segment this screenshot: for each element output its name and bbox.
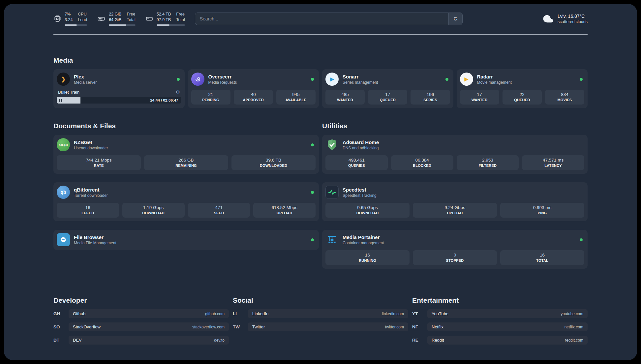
status-dot — [311, 238, 314, 241]
search-input[interactable] — [195, 13, 448, 25]
qbittorrent-icon: qb — [57, 186, 70, 199]
stat-tile: 744.21 Mbps RATE — [57, 155, 141, 170]
search-engine-button[interactable]: G — [448, 13, 462, 25]
section-title-documents: Documents & Files — [53, 122, 319, 130]
filebrowser-card[interactable]: File Browser Media File Management — [53, 230, 319, 250]
speedtest-icon — [325, 186, 339, 199]
bookmark-link[interactable]: YouTube youtube.com — [427, 309, 588, 318]
speedtest-card[interactable]: Speedtest Speedtest Tracking 9.65 Gbps D… — [322, 182, 588, 221]
app-subtitle: Media Requests — [208, 80, 237, 85]
bookmark-link[interactable]: DEV dev.to — [69, 336, 229, 345]
ram-label-top: Free — [127, 12, 135, 17]
status-dot — [311, 78, 314, 81]
bookmark-link[interactable]: Netflix netflix.com — [427, 322, 588, 331]
stat-tile: 22 QUEUED — [503, 90, 542, 105]
portainer-card[interactable]: Media Portainer Container management 16 … — [322, 230, 588, 269]
disk-label-top: Free — [176, 12, 185, 17]
bookmark-abbr: LI — [233, 311, 248, 316]
app-subtitle: Speedtest Tracking — [343, 193, 377, 198]
disk-total-value: 97.9 TB — [157, 17, 171, 23]
bookmark-abbr: GH — [53, 311, 69, 316]
storage-widget: 52.4 TB 97.9 TB Free Total — [145, 12, 185, 26]
stat-tile: 21 PENDING — [191, 90, 230, 105]
ram-usage-bar — [109, 24, 136, 26]
system-stats: 7% 3.24 CPU Load — [53, 12, 185, 26]
developer-section: Developer GH Github github.com SO StackO… — [53, 296, 229, 349]
app-subtitle: Movie management — [477, 80, 512, 85]
cpu-load-value: 3.24 — [65, 17, 73, 23]
ram-total-value: 64 GiB — [109, 17, 121, 23]
radarr-card[interactable]: ▶ Radarr Movie management 17 WANTED 22 Q… — [457, 69, 588, 108]
stat-tile: 0.993 ms PING — [500, 203, 584, 218]
overseerr-card[interactable]: Overseerr Media Requests 21 PENDING 40 A… — [188, 69, 319, 108]
app-subtitle: Usenet downloader — [74, 146, 108, 150]
stat-tile: 196 SERIES — [411, 90, 450, 105]
now-playing-title: Bullet Train — [58, 90, 79, 95]
bookmark-abbr: SO — [53, 324, 69, 329]
cpu-label-bottom: Load — [78, 17, 87, 23]
section-title-entertainment: Entertainment — [412, 296, 588, 304]
app-name: NZBGet — [74, 139, 108, 145]
section-title-social: Social — [233, 296, 408, 304]
bookmark-link[interactable]: Twitter twitter.com — [248, 322, 408, 331]
stat-tile: 945 AVAILABLE — [276, 90, 316, 105]
bookmark-netflix: NF Netflix netflix.com — [412, 322, 588, 331]
social-section: Social LI LinkedIn linkedin.com TW Twitt… — [233, 296, 408, 349]
weather-location: Lviv, 16.87°C — [558, 14, 588, 19]
app-subtitle: Media server — [74, 80, 97, 85]
bookmark-twitter: TW Twitter twitter.com — [233, 322, 408, 331]
stat-tile: 618.52 Mbps UPLOAD — [253, 203, 316, 218]
bookmark-link[interactable]: StackOverflow stackoverflow.com — [69, 322, 229, 331]
status-dot — [580, 78, 583, 81]
app-name: Sonarr — [343, 74, 378, 79]
cpu-widget: 7% 3.24 CPU Load — [53, 12, 87, 26]
bookmark-abbr: TW — [233, 324, 248, 329]
bookmark-abbr: NF — [412, 324, 427, 329]
playback-time: 24:44 / 02:06:47 — [150, 98, 181, 102]
bookmark-stackoverflow: SO StackOverflow stackoverflow.com — [53, 322, 229, 331]
media-section: Media ❯ Plex Media server Bullet Train ⚙ — [53, 56, 588, 108]
disk-icon — [145, 15, 153, 23]
search-box[interactable]: G — [195, 13, 463, 25]
topbar-divider — [53, 34, 588, 35]
stat-tile: 16 TOTAL — [500, 250, 584, 265]
bookmark-link[interactable]: Reddit reddit.com — [427, 336, 588, 345]
cpu-usage-bar-fill — [65, 24, 77, 26]
portainer-icon — [325, 233, 339, 246]
bookmark-youtube: YT YouTube youtube.com — [412, 309, 588, 318]
stat-tile: 40 APPROVED — [234, 90, 273, 105]
cpu-label-top: CPU — [78, 12, 87, 17]
bookmark-link[interactable]: LinkedIn linkedin.com — [248, 309, 408, 318]
entertainment-section: Entertainment YT YouTube youtube.com NF … — [412, 296, 588, 349]
disk-free-value: 52.4 TB — [157, 12, 171, 17]
dashboard: 7% 3.24 CPU Load — [4, 4, 637, 360]
gear-icon[interactable]: ⚙ — [176, 89, 180, 95]
qbittorrent-card[interactable]: qb qBittorrent Torrent downloader 16 LEE… — [53, 182, 319, 221]
playback-progress-bar: 24:44 / 02:06:47 — [57, 97, 181, 104]
disk-label-bottom: Total — [176, 17, 185, 23]
app-name: Plex — [74, 74, 97, 79]
plex-card[interactable]: ❯ Plex Media server Bullet Train ⚙ 24:44… — [53, 69, 185, 108]
stat-tile: 498,461 QUERIES — [325, 155, 388, 170]
stat-tile: 2,953 FILTERED — [457, 155, 519, 170]
ram-label-bottom: Total — [127, 17, 135, 23]
weather-condition: scattered clouds — [558, 19, 588, 24]
bookmark-link[interactable]: Github github.com — [69, 309, 229, 318]
stat-tile: 17 QUEUED — [368, 90, 407, 105]
cpu-percent: 7% — [65, 12, 73, 17]
radarr-icon: ▶ — [460, 73, 473, 86]
pause-icon[interactable] — [59, 99, 62, 102]
stat-tile: 266 GB REMAINING — [144, 155, 228, 170]
bookmark-linkedin: LI LinkedIn linkedin.com — [233, 309, 408, 318]
stat-tile: 17 WANTED — [460, 90, 499, 105]
app-name: AdGuard Home — [343, 139, 379, 145]
status-dot — [445, 78, 448, 81]
status-dot — [177, 78, 180, 81]
adguard-card[interactable]: AdGuard Home DNS and adblocking 498,461 … — [322, 135, 588, 174]
app-subtitle: Torrent downloader — [74, 193, 108, 198]
stat-tile: 9.24 Gbps UPLOAD — [413, 203, 497, 218]
nzbget-card[interactable]: nzbget NZBGet Usenet downloader 744.21 M… — [53, 135, 319, 174]
stat-tile: 471 SEED — [188, 203, 250, 218]
ram-free-value: 22 GiB — [109, 12, 121, 17]
sonarr-card[interactable]: ▶ Sonarr Series management 485 WANTED 17… — [322, 69, 453, 108]
